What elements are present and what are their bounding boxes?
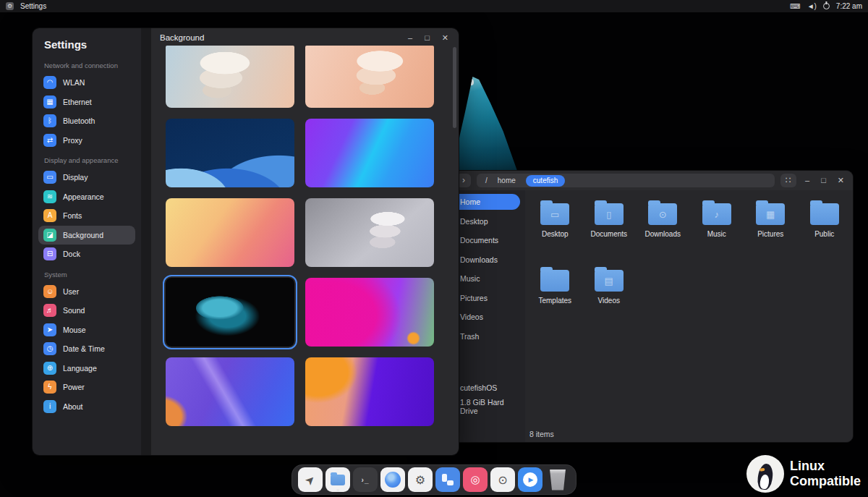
fm-minimize-button[interactable]: –	[805, 176, 809, 185]
file-manager-content: ▭ Desktop ▯ Documents ⊙ Downloads ♪ Musi…	[525, 190, 853, 442]
watermark-line1: Linux	[790, 459, 861, 474]
sidebar-item-proxy[interactable]: ⇄ Proxy	[38, 131, 135, 150]
folder-public[interactable]: Public	[798, 197, 852, 255]
folder-icon	[540, 270, 569, 292]
sidebar-item-date-time[interactable]: ◷ Date & Time	[38, 339, 135, 359]
wifi-icon: ◠	[43, 76, 56, 89]
wallpaper-thumbnail-orange-violet[interactable]	[305, 357, 434, 426]
sidebar-item-mouse[interactable]: ➤ Mouse	[38, 320, 135, 340]
folder-pictures[interactable]: ▦ Pictures	[744, 197, 798, 255]
wallpaper-thumbnail-blue-waves[interactable]	[166, 119, 294, 187]
display-icon: ▭	[43, 171, 56, 184]
dock-trash-button[interactable]	[545, 467, 570, 492]
sidebar-item-dock[interactable]: ⊟ Dock	[38, 245, 135, 264]
folder-icon: ▦	[756, 203, 785, 225]
close-button[interactable]: ✕	[442, 33, 448, 43]
sidebar-item-ethernet[interactable]: ▦ Ethernet	[38, 93, 135, 112]
path-bar[interactable]: / home cutefish	[477, 174, 775, 187]
wallpaper-thumbnail-betta-fish-selected[interactable]	[166, 278, 294, 347]
minimize-button[interactable]: –	[408, 33, 412, 43]
keyboard-layout-icon[interactable]: ⌨	[790, 2, 800, 10]
sound-icon: ♬	[43, 304, 56, 317]
watermark-line2: Compatible	[790, 474, 861, 489]
folder-icon	[810, 203, 839, 225]
ethernet-icon: ▦	[43, 95, 56, 109]
sidebar-item-power[interactable]: ϟ Power	[38, 378, 135, 397]
section-network: Network and connection	[44, 61, 135, 69]
sidebar-item-language[interactable]: ⊕ Language	[38, 359, 135, 378]
file-manager-window: › / home cutefish ∷ – □ ✕ Home Desktop D…	[434, 170, 854, 443]
folder-desktop[interactable]: ▭ Desktop	[528, 197, 582, 255]
wallpaper-thumbnail-purple-cyan-gradient[interactable]	[305, 119, 434, 187]
terminal-icon: ›_	[362, 476, 370, 484]
sidebar-item-sound[interactable]: ♬ Sound	[38, 301, 135, 320]
sidebar-item-background[interactable]: ◪ Background	[38, 226, 135, 245]
power-bolt-icon: ϟ	[43, 381, 56, 394]
wallpaper-thumbnail-pastel-stones-blue[interactable]	[166, 46, 294, 108]
gear-icon: ⚙	[415, 473, 425, 487]
sidebar-item-appearance[interactable]: ≋ Appearance	[38, 187, 135, 207]
sidebar-gutter	[141, 28, 151, 455]
dock-music-button[interactable]: ◎	[463, 467, 488, 492]
active-app-label: Settings	[20, 2, 46, 10]
dock-video-player-button[interactable]: ▶	[518, 467, 542, 492]
folder-templates[interactable]: Templates	[528, 264, 582, 322]
folder-documents[interactable]: ▯ Documents	[582, 197, 637, 255]
folder-icon: ⊙	[648, 203, 677, 225]
maximize-button[interactable]: □	[425, 33, 430, 43]
sidebar-item-bluetooth[interactable]: ᛒ Bluetooth	[38, 111, 135, 131]
dock-launcher-button[interactable]: ➤	[298, 467, 323, 492]
fm-maximize-button[interactable]: □	[821, 176, 826, 185]
settings-window: Settings Network and connection ◠ WLAN ▦…	[32, 27, 459, 456]
dock-icon: ⊟	[43, 247, 56, 260]
file-manager-toolbar: › / home cutefish ∷ – □ ✕	[435, 171, 853, 190]
dock: ➤ ›_ ⚙ ◎ ⊙ ▶	[292, 464, 576, 495]
wallpaper-thumbnail-gray-stones[interactable]	[305, 198, 434, 267]
wallpaper-thumbnail-pastel-stones-peach[interactable]	[305, 46, 434, 108]
sidebar-item-user[interactable]: ☺ User	[38, 282, 135, 302]
section-display-appearance: Display and appearance	[44, 156, 135, 164]
dock-browser-button[interactable]	[380, 467, 405, 492]
dock-software-button[interactable]	[435, 467, 460, 492]
wallpaper-thumbnail-yellow-pink-gradient[interactable]	[166, 198, 294, 267]
dock-settings-button[interactable]: ⚙	[408, 467, 433, 492]
wallpaper-grid	[166, 46, 440, 426]
running-indicator-dot	[336, 489, 339, 492]
volume-icon[interactable]: ◄)	[807, 2, 817, 10]
folder-videos[interactable]: ▤ Videos	[582, 264, 637, 322]
sidebar-item-about[interactable]: i About	[38, 397, 135, 417]
software-icon	[442, 474, 454, 485]
screenshot-icon: ⊙	[498, 473, 507, 487]
dock-terminal-button[interactable]: ›_	[353, 467, 378, 492]
clock[interactable]: 7:22 am	[836, 2, 862, 10]
breadcrumb-root[interactable]: /	[485, 177, 488, 184]
folder-music[interactable]: ♪ Music	[690, 197, 744, 255]
fm-close-button[interactable]: ✕	[838, 176, 844, 185]
breadcrumb-home[interactable]: home	[498, 177, 516, 184]
mouse-icon: ➤	[43, 323, 56, 336]
scrollbar-thumb[interactable]	[453, 47, 456, 128]
folder-icon: ▯	[595, 203, 624, 225]
dock-file-manager-button[interactable]	[326, 467, 350, 492]
folder-downloads[interactable]: ⊙ Downloads	[636, 197, 690, 255]
play-icon: ▶	[523, 472, 537, 487]
appearance-icon: ≋	[43, 190, 56, 203]
wallpaper-thumbnail-violet-streaks[interactable]	[166, 357, 294, 426]
background-panel: Background – □ ✕	[151, 28, 459, 455]
sidebar-item-wlan[interactable]: ◠ WLAN	[38, 73, 135, 93]
sidebar-item-display[interactable]: ▭ Display	[38, 168, 135, 187]
desktop-wallpaper-fish-fragment	[454, 77, 517, 171]
sidebar-item-fonts[interactable]: A Fonts	[38, 206, 135, 226]
folder-icon: ▤	[595, 270, 624, 292]
folder-icon: ▭	[540, 203, 569, 225]
breadcrumb-current[interactable]: cutefish	[526, 175, 565, 187]
fonts-icon: A	[43, 209, 56, 222]
wallpaper-thumbnail-magenta-green-abstract[interactable]	[305, 278, 434, 347]
background-icon: ◪	[43, 229, 56, 242]
power-icon[interactable]	[823, 3, 830, 9]
panel-titlebar: Background – □ ✕	[151, 28, 459, 46]
clock-icon: ◷	[43, 342, 56, 355]
grid-view-button[interactable]: ∷	[780, 174, 796, 187]
browser-icon	[385, 472, 401, 488]
dock-screenshot-button[interactable]: ⊙	[490, 467, 515, 492]
